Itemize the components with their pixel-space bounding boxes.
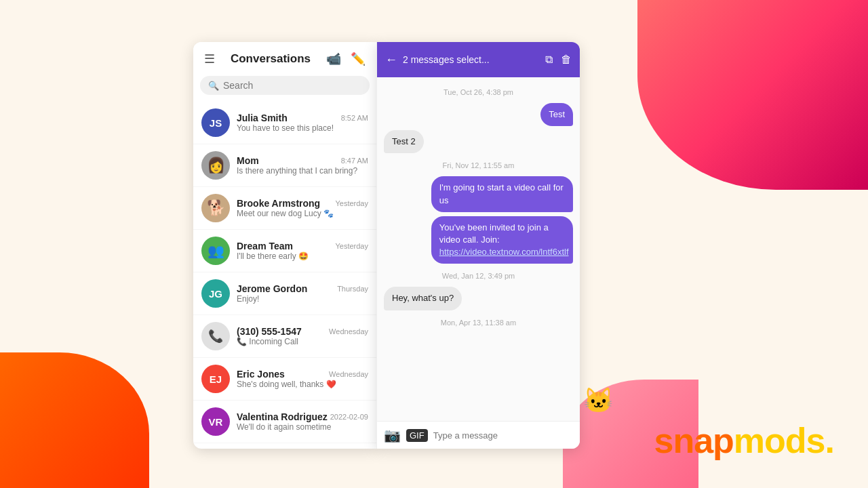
message-row: Test 2 [384,130,573,153]
copy-icon[interactable]: ⧉ [545,54,553,66]
message-bubble-sent: Test [540,103,573,126]
message-row: Test [384,103,573,126]
list-item[interactable]: 👩 Mom 8:47 AM Is there anything that I c… [193,144,376,187]
conv-time: Yesterday [335,242,368,250]
conv-name: (310) 555-1547 [237,326,302,337]
chat-input-bar: 📷 GIF [377,421,580,449]
avatar: 🐕 [201,194,230,222]
brand-snap: snap [654,421,733,460]
brand-dot: . [825,421,834,460]
list-item[interactable]: 📞 (310) 555-1547 Wednesday 📞 Incoming Ca… [193,315,376,358]
conv-preview: Enjoy! [237,294,368,304]
conv-preview: We'll do it again sometime [237,422,368,432]
avatar: JG [201,279,230,308]
conv-details: Eric Jones Wednesday She's doing well, t… [237,369,368,389]
conv-details: Mom 8:47 AM Is there anything that I can… [237,155,368,176]
message-input[interactable] [433,430,573,441]
conv-details: Brooke Armstrong Yesterday Meet our new … [237,198,368,218]
compose-button[interactable]: ✏️ [349,50,367,68]
chat-header-right: ⧉ 🗑 [545,54,572,66]
message-bubble-received: Hey, what's up? [384,287,462,310]
chat-header-title: 2 messages select... [403,54,490,65]
video-link[interactable]: https://video.textnow.com/lntf6xtlf [439,247,569,257]
list-item[interactable]: JS Julia Smith 8:52 AM You have to see t… [193,102,376,144]
conv-preview: Is there anything that I can bring? [237,166,368,176]
conv-name: Jerome Gordon [237,283,307,294]
avatar: EJ [201,365,230,393]
avatar: JS [201,108,230,137]
avatar: VR [201,407,230,436]
search-icon: 🔍 [208,81,219,91]
trash-icon[interactable]: 🗑 [561,54,572,66]
conv-time: 8:52 AM [341,114,368,122]
avatar: 📞 [201,322,230,350]
conv-name: Brooke Armstrong [237,198,320,209]
conv-name: Julia Smith [237,113,288,123]
decorative-blob-bottom-left [0,352,149,488]
conv-time: Yesterday [335,199,368,207]
conv-details: Valentina Rodriguez 2022-02-09 We'll do … [237,411,368,432]
date-label: Tue, Oct 26, 4:38 pm [384,88,573,96]
chat-panel: ← 2 messages select... ⧉ 🗑 Tue, Oct 26, … [376,42,580,449]
conv-name: Eric Jones [237,369,285,380]
conv-time: Thursday [337,285,368,293]
conv-preview: I'll be there early 🤩 [237,251,368,261]
message-row: I'm going to start a video call for us [384,176,573,211]
conv-details: Jerome Gordon Thursday Enjoy! [237,283,368,304]
date-label: Mon, Apr 13, 11:38 am [384,319,573,327]
avatar: 👥 [201,237,230,265]
camera-button[interactable]: 📷 [384,427,401,443]
message-row: Hey, what's up? [384,287,573,310]
brand-logo: snapmods. [654,420,834,461]
conv-preview: Meet our new dog Lucy 🐾 [237,209,368,218]
conv-time: 8:47 AM [341,157,368,165]
conv-name: Valentina Rodriguez [237,411,328,422]
date-label: Wed, Jan 12, 3:49 pm [384,272,573,280]
conv-preview: You have to see this place! [237,123,368,133]
date-label: Fri, Nov 12, 11:55 am [384,161,573,169]
avatar: 👩 [201,151,230,180]
conversations-header: ☰ Conversations 📹 ✏️ [193,42,376,76]
list-item[interactable]: JG Jerome Gordon Thursday Enjoy! [193,272,376,315]
conv-preview: She's doing well, thanks ❤️ [237,380,368,389]
chat-header-left: ← 2 messages select... [385,53,490,67]
message-bubble-received: Test 2 [384,130,424,153]
brand-mods: mods [734,421,825,460]
back-button[interactable]: ← [385,53,397,67]
list-item[interactable]: 🐕 Brooke Armstrong Yesterday Meet our ne… [193,187,376,230]
message-bubble-sent: I'm going to start a video call for us [431,176,573,211]
video-call-button[interactable]: 📹 [325,50,342,68]
phone-container: ☰ Conversations 📹 ✏️ 🔍 JS Julia Smith 8:… [193,42,600,449]
list-item[interactable]: EJ Eric Jones Wednesday She's doing well… [193,358,376,401]
list-item[interactable]: 👥 Dream Team Yesterday I'll be there ear… [193,230,376,272]
message-bubble-sent: You've been invited to join a video call… [431,216,573,264]
hamburger-button[interactable]: ☰ [203,50,216,68]
gif-button[interactable]: GIF [406,429,428,442]
list-item[interactable]: VR Valentina Rodriguez 2022-02-09 We'll … [193,401,376,443]
search-bar[interactable]: 🔍 [200,76,370,95]
chat-messages: Tue, Oct 26, 4:38 pm Test Test 2 Fri, No… [377,77,580,421]
conv-time: Wednesday [329,370,368,378]
conv-details: Dream Team Yesterday I'll be there early… [237,241,368,261]
conversations-title: Conversations [231,52,311,66]
decorative-blob-top-right [637,0,868,190]
chat-header: ← 2 messages select... ⧉ 🗑 [377,42,580,77]
conv-details: Julia Smith 8:52 AM You have to see this… [237,113,368,133]
header-icons: 📹 ✏️ [325,50,367,68]
message-row: You've been invited to join a video call… [384,216,573,264]
conv-details: (310) 555-1547 Wednesday 📞 Incoming Call [237,326,368,346]
conv-time: 2022-02-09 [330,413,368,421]
conv-name: Mom [237,155,259,166]
conv-name: Dream Team [237,241,293,251]
conversations-panel: ☰ Conversations 📹 ✏️ 🔍 JS Julia Smith 8:… [193,42,376,449]
cat-icon: 🐱 [583,386,617,420]
conversation-list: JS Julia Smith 8:52 AM You have to see t… [193,102,376,449]
conv-preview: 📞 Incoming Call [237,337,368,346]
conv-time: Wednesday [329,327,368,336]
search-input[interactable] [223,80,361,91]
